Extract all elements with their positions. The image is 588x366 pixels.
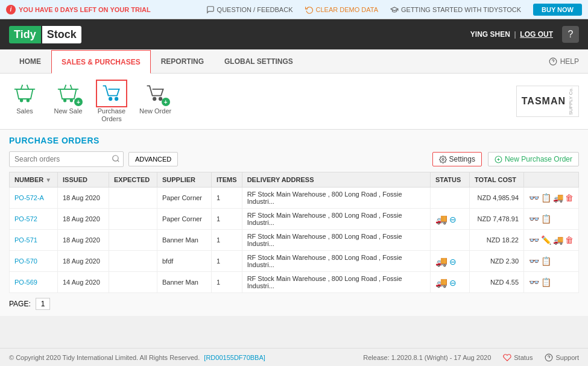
support-button[interactable]: Support (545, 353, 579, 362)
tasman-name: TASMAN (522, 96, 566, 107)
toolbar-sales[interactable]: Sales (9, 80, 40, 123)
order-items: 1 (212, 251, 242, 272)
order-delivery: RF Stock Main Warehouse , 800 Long Road … (242, 188, 430, 209)
tab-sales-purchases[interactable]: SALES & PURCHASES (51, 50, 151, 74)
svg-point-7 (115, 98, 118, 101)
footer-right: Release: 1.2020.8.1 (Wright) - 17 Aug 20… (363, 353, 579, 362)
cancel-status-icon: ⊖ (449, 257, 457, 267)
delete-icon[interactable]: 🗑 (565, 235, 574, 245)
clear-demo-link[interactable]: CLEAR DEMO DATA (305, 5, 379, 14)
svg-point-2 (21, 99, 23, 102)
col-header-status[interactable]: STATUS (431, 172, 470, 188)
col-header-number[interactable]: NUMBER ▼ (10, 172, 58, 188)
svg-point-3 (27, 99, 30, 102)
order-number-link[interactable]: PO-569 (14, 279, 37, 286)
trial-text: YOU HAVE 0 DAYS LEFT ON YOUR TRIAL (19, 6, 151, 13)
col-header-actions (524, 172, 579, 188)
view-icon[interactable]: 👓 (529, 214, 539, 224)
col-header-cost[interactable]: TOTAL COST (470, 172, 524, 188)
search-icon[interactable] (112, 154, 120, 165)
new-sale-plus-badge: + (74, 98, 83, 106)
search-input-wrap (9, 151, 124, 167)
settings-gear-icon (439, 156, 447, 163)
order-cost: NZD 7,478.91 (470, 209, 524, 230)
action-icons: 👓 📋 (529, 256, 574, 266)
help-label: HELP (560, 57, 579, 66)
logo: Tidy Stock (9, 26, 81, 43)
order-supplier: bfdf (157, 251, 212, 272)
copy-icon[interactable]: 📋 (541, 193, 551, 203)
order-supplier: Banner Man (157, 272, 212, 293)
action-icons: 👓 📋 🚚 🗑 (529, 193, 574, 203)
view-icon[interactable]: 👓 (529, 193, 539, 203)
order-number-link[interactable]: PO-570 (14, 257, 37, 265)
order-actions: 👓 📋 🚚 🗑 (524, 188, 579, 209)
user-name: YING SHEN (470, 30, 510, 39)
order-number-link[interactable]: PO-571 (14, 236, 37, 244)
order-issued: 18 Aug 2020 (58, 209, 109, 230)
toolbar-new-sale[interactable]: + New Sale (52, 80, 84, 123)
order-supplier: Banner Man (157, 230, 212, 251)
order-actions: 👓 ✏️ 🚚 🗑 (524, 230, 579, 251)
table-header-row: NUMBER ▼ ISSUED EXPECTED SUPPLIER ITEMS … (10, 172, 579, 188)
supplier-logo: TASMAN SUPPLY Co. (516, 86, 579, 117)
release-text: Release: 1.2020.8.1 (Wright) - 17 Aug 20… (363, 354, 491, 361)
pagination: PAGE: 1 (9, 293, 579, 310)
tab-home[interactable]: HOME (9, 49, 51, 73)
help-button[interactable]: ? (562, 26, 579, 43)
main-content: PURCHASE ORDERS ADVANCED Settings New Pu… (0, 130, 588, 316)
order-status: 🚚 ⊖ (431, 209, 470, 230)
logout-button[interactable]: LOG OUT (520, 30, 553, 39)
edit-icon[interactable]: ✏️ (541, 235, 551, 245)
truck-icon[interactable]: 🚚 (553, 193, 563, 203)
order-expected (109, 251, 157, 272)
question-link[interactable]: QUESTION / FEEDBACK (206, 5, 293, 14)
order-issued: 18 Aug 2020 (58, 251, 109, 272)
order-issued: 18 Aug 2020 (58, 188, 109, 209)
advanced-button[interactable]: ADVANCED (128, 152, 178, 166)
order-issued: 18 Aug 2020 (58, 230, 109, 251)
nav-tabs-left: HOME SALES & PURCHASES REPORTING GLOBAL … (9, 49, 303, 73)
getting-started-link[interactable]: GETTING STARTED WITH TIDYSTOCK (390, 5, 521, 14)
new-sale-icon-box: + (52, 80, 84, 107)
copy-icon[interactable]: 📋 (541, 277, 551, 287)
col-header-delivery[interactable]: DELIVERY ADDRESS (242, 172, 430, 188)
table-row: PO-571 18 Aug 2020 Banner Man 1 RF Stock… (10, 230, 579, 251)
sales-basket-icon (14, 83, 36, 104)
support-icon (545, 353, 553, 362)
toolbar-purchase-orders[interactable]: PurchaseOrders (96, 80, 127, 123)
copy-icon[interactable]: 📋 (541, 214, 551, 224)
view-icon[interactable]: 👓 (529, 256, 539, 266)
delete-icon[interactable]: 🗑 (565, 193, 574, 203)
order-number-link[interactable]: PO-572 (14, 215, 37, 222)
tab-global-settings[interactable]: GLOBAL SETTINGS (214, 49, 303, 73)
buy-now-button[interactable]: BUY NOW (533, 4, 582, 16)
truck-icon[interactable]: 🚚 (553, 235, 563, 245)
search-bar-left: ADVANCED (9, 151, 178, 167)
status-button[interactable]: Status (503, 353, 533, 362)
col-header-issued[interactable]: ISSUED (58, 172, 109, 188)
new-purchase-button[interactable]: New Purchase Order (488, 152, 579, 166)
sort-arrow-number: ▼ (45, 177, 51, 183)
order-number-link[interactable]: PO-572-A (14, 194, 44, 201)
truck-status-icon: 🚚 (435, 277, 447, 288)
footer-left: © Copyright 2020 Tidy International Limi… (9, 354, 265, 361)
view-icon[interactable]: 👓 (529, 235, 539, 245)
settings-button[interactable]: Settings (432, 152, 482, 166)
help-link[interactable]: HELP (549, 57, 579, 66)
col-header-supplier[interactable]: SUPPLIER (157, 172, 212, 188)
toolbar-new-order[interactable]: + New Order (139, 80, 171, 123)
view-icon[interactable]: 👓 (529, 277, 539, 287)
warning-icon: i (6, 5, 16, 14)
search-bar: ADVANCED Settings New Purchase Order (9, 151, 579, 167)
col-header-items[interactable]: ITEMS (212, 172, 242, 188)
search-input[interactable] (9, 151, 124, 167)
cancel-status-icon: ⊖ (449, 215, 457, 224)
tab-reporting[interactable]: REPORTING (151, 49, 214, 73)
order-status (431, 188, 470, 209)
copy-icon[interactable]: 📋 (541, 256, 551, 266)
trial-warning: i YOU HAVE 0 DAYS LEFT ON YOUR TRIAL (6, 5, 151, 14)
col-header-expected[interactable]: EXPECTED (109, 172, 157, 188)
page-number[interactable]: 1 (36, 298, 51, 310)
order-items: 1 (212, 188, 242, 209)
